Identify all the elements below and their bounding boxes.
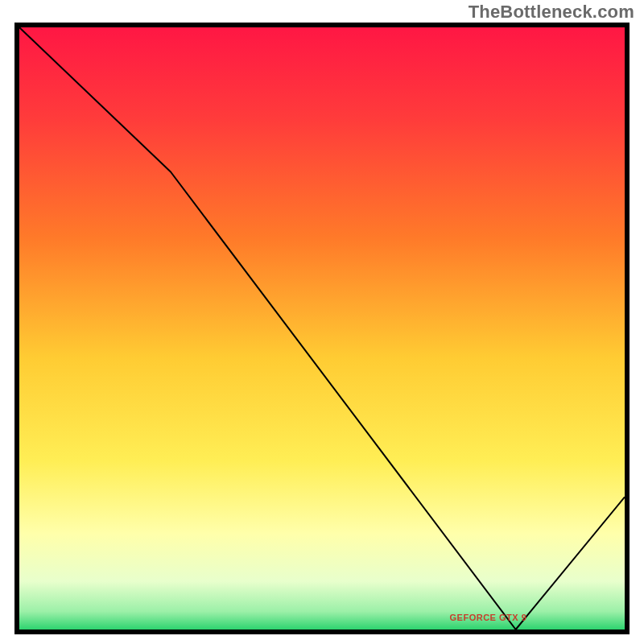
plot-area — [14, 23, 630, 634]
chart-annotation: GEFORCE GTX 9 — [450, 613, 527, 622]
svg-rect-0 — [19, 27, 625, 630]
chart-svg — [14, 23, 630, 634]
watermark-text: TheBottleneck.com — [469, 2, 634, 23]
chart-container: TheBottleneck.com GEFORCE GTX 9 — [0, 0, 644, 644]
